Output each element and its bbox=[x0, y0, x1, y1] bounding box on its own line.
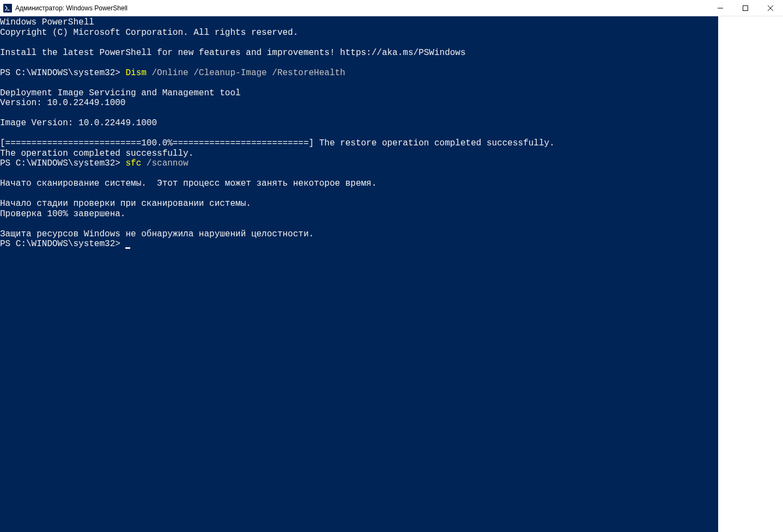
output-line: Install the latest PowerShell for new fe… bbox=[0, 48, 466, 58]
output-line: The operation completed successfully. bbox=[0, 149, 193, 158]
output-line: Начато сканирование системы. Этот процес… bbox=[0, 179, 377, 188]
svg-rect-0 bbox=[4, 4, 11, 12]
command-args: /scannow bbox=[141, 158, 188, 168]
output-line: [==========================100.0%=======… bbox=[0, 138, 555, 148]
maximize-icon bbox=[743, 5, 748, 11]
cursor bbox=[125, 247, 130, 249]
output-line: Защита ресурсов Windows не обнаружила на… bbox=[0, 229, 314, 239]
minimize-button[interactable] bbox=[708, 0, 733, 16]
close-button[interactable] bbox=[758, 0, 783, 16]
powershell-icon bbox=[3, 4, 12, 13]
prompt-prefix: PS C:\WINDOWS\system32> bbox=[0, 239, 125, 249]
svg-rect-3 bbox=[743, 6, 748, 11]
command-name: sfc bbox=[125, 158, 141, 168]
output-line: Deployment Image Servicing and Managemen… bbox=[0, 88, 241, 98]
command-name: Dism bbox=[125, 68, 146, 78]
close-icon bbox=[768, 5, 773, 11]
prompt-line: PS C:\WINDOWS\system32> Dism /Online /Cl… bbox=[0, 68, 345, 78]
window-controls bbox=[708, 0, 783, 16]
prompt-prefix: PS C:\WINDOWS\system32> bbox=[0, 68, 125, 78]
prompt-line: PS C:\WINDOWS\system32> sfc /scannow bbox=[0, 158, 189, 168]
prompt-prefix: PS C:\WINDOWS\system32> bbox=[0, 158, 125, 168]
output-line: Version: 10.0.22449.1000 bbox=[0, 98, 125, 108]
maximize-button[interactable] bbox=[733, 0, 758, 16]
command-args: /Online /Cleanup-Image /RestoreHealth bbox=[147, 68, 345, 78]
terminal-output[interactable]: Windows PowerShell Copyright (C) Microso… bbox=[0, 16, 718, 532]
output-line: Image Version: 10.0.22449.1000 bbox=[0, 118, 157, 128]
output-line: Windows PowerShell bbox=[0, 17, 94, 27]
minimize-icon bbox=[718, 5, 723, 11]
output-line: Начало стадии проверки при сканировании … bbox=[0, 199, 251, 209]
titlebar-left: Администратор: Windows PowerShell bbox=[0, 4, 128, 13]
output-line: Проверка 100% завершена. bbox=[0, 209, 125, 219]
prompt-line: PS C:\WINDOWS\system32> bbox=[0, 239, 130, 249]
output-line: Copyright (C) Microsoft Corporation. All… bbox=[0, 28, 298, 38]
window-title: Администратор: Windows PowerShell bbox=[15, 4, 128, 12]
titlebar[interactable]: Администратор: Windows PowerShell bbox=[0, 0, 783, 16]
